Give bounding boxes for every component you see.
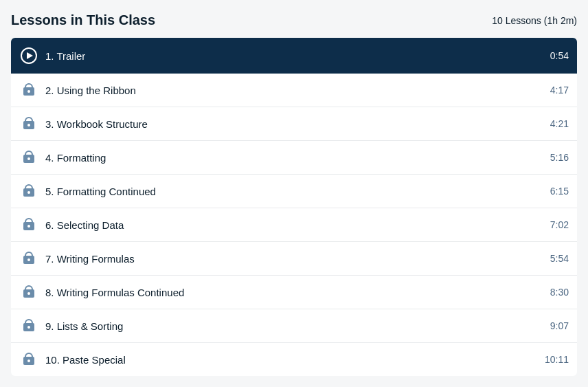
lesson-duration: 4:17 bbox=[550, 85, 569, 96]
page-title: Lessons in This Class bbox=[11, 12, 155, 28]
list-item[interactable]: 10. Paste Special10:11 bbox=[11, 343, 577, 376]
lesson-duration: 8:30 bbox=[550, 287, 569, 298]
lock-icon bbox=[19, 117, 38, 131]
list-item[interactable]: 7. Writing Formulas5:54 bbox=[11, 242, 577, 276]
lesson-duration: 10:11 bbox=[545, 354, 569, 365]
lesson-duration: 9:07 bbox=[550, 320, 569, 331]
list-item[interactable]: 3. Workbook Structure4:21 bbox=[11, 107, 577, 141]
lock-icon bbox=[19, 252, 38, 265]
lock-icon bbox=[19, 151, 38, 164]
lesson-title: 2. Using the Ribbon bbox=[45, 85, 542, 96]
lesson-title: 6. Selecting Data bbox=[45, 219, 542, 231]
lesson-title: 9. Lists & Sorting bbox=[45, 320, 542, 332]
list-item[interactable]: 9. Lists & Sorting9:07 bbox=[11, 309, 577, 343]
lessons-list: 1. Trailer0:542. Using the Ribbon4:173. … bbox=[11, 38, 577, 376]
lesson-duration: 5:16 bbox=[550, 152, 569, 163]
lesson-title: 3. Workbook Structure bbox=[45, 118, 542, 130]
lock-icon bbox=[19, 285, 38, 299]
lock-icon bbox=[19, 218, 38, 232]
lesson-title: 10. Paste Special bbox=[45, 354, 536, 366]
lesson-duration: 7:02 bbox=[550, 219, 569, 230]
list-item[interactable]: 6. Selecting Data7:02 bbox=[11, 208, 577, 242]
lesson-duration: 6:15 bbox=[550, 186, 569, 197]
lesson-title: 1. Trailer bbox=[45, 50, 542, 62]
page-header: Lessons in This Class 10 Lessons (1h 2m) bbox=[11, 12, 577, 28]
list-item[interactable]: 2. Using the Ribbon4:17 bbox=[11, 74, 577, 107]
lesson-count: 10 Lessons (1h 2m) bbox=[492, 15, 577, 26]
lesson-title: 5. Formatting Continued bbox=[45, 186, 542, 197]
list-item[interactable]: 1. Trailer0:54 bbox=[11, 38, 577, 74]
lesson-duration: 5:54 bbox=[550, 253, 569, 264]
page-container: Lessons in This Class 10 Lessons (1h 2m)… bbox=[0, 0, 588, 387]
lesson-duration: 0:54 bbox=[550, 50, 569, 61]
list-item[interactable]: 4. Formatting5:16 bbox=[11, 141, 577, 175]
list-item[interactable]: 5. Formatting Continued6:15 bbox=[11, 175, 577, 208]
lock-icon bbox=[19, 353, 38, 366]
list-item[interactable]: 8. Writing Formulas Continued8:30 bbox=[11, 276, 577, 309]
lesson-title: 4. Formatting bbox=[45, 152, 542, 164]
play-icon bbox=[19, 47, 38, 64]
lesson-title: 8. Writing Formulas Continued bbox=[45, 287, 542, 298]
lesson-duration: 4:21 bbox=[550, 118, 569, 129]
lock-icon bbox=[19, 184, 38, 198]
lock-icon bbox=[19, 319, 38, 333]
lock-icon bbox=[19, 83, 38, 97]
lesson-title: 7. Writing Formulas bbox=[45, 253, 542, 265]
